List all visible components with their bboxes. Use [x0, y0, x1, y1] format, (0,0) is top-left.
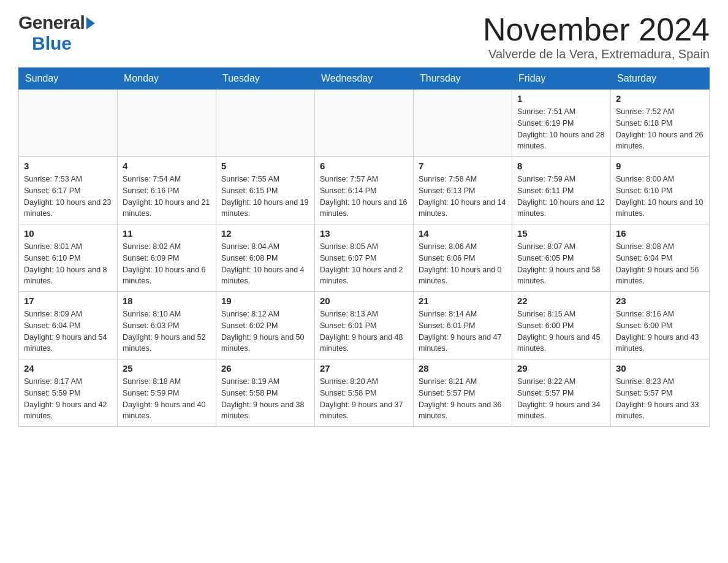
- calendar-day-header: Wednesday: [315, 68, 414, 90]
- logo-general-text: General: [18, 12, 95, 33]
- calendar-day-header: Tuesday: [216, 68, 315, 90]
- day-number: 3: [24, 161, 112, 171]
- calendar-week-row: 3Sunrise: 7:53 AMSunset: 6:17 PMDaylight…: [19, 157, 710, 224]
- day-number: 2: [616, 93, 704, 104]
- day-info: Sunrise: 7:59 AMSunset: 6:11 PMDaylight:…: [517, 174, 605, 220]
- day-number: 10: [24, 228, 112, 239]
- calendar-week-row: 17Sunrise: 8:09 AMSunset: 6:04 PMDayligh…: [19, 292, 710, 359]
- calendar-cell: 16Sunrise: 8:08 AMSunset: 6:04 PMDayligh…: [611, 224, 710, 292]
- calendar-cell: 5Sunrise: 7:55 AMSunset: 6:15 PMDaylight…: [216, 157, 315, 224]
- day-info: Sunrise: 8:22 AMSunset: 5:57 PMDaylight:…: [517, 376, 605, 422]
- day-number: 5: [221, 161, 309, 171]
- day-number: 25: [123, 363, 211, 373]
- calendar-cell: 6Sunrise: 7:57 AMSunset: 6:14 PMDaylight…: [315, 157, 414, 224]
- calendar-week-row: 24Sunrise: 8:17 AMSunset: 5:59 PMDayligh…: [19, 359, 710, 427]
- day-number: 20: [320, 296, 408, 306]
- day-number: 11: [123, 228, 211, 239]
- day-info: Sunrise: 7:54 AMSunset: 6:16 PMDaylight:…: [123, 174, 211, 220]
- day-info: Sunrise: 8:14 AMSunset: 6:01 PMDaylight:…: [419, 308, 507, 354]
- calendar-cell: [216, 90, 315, 157]
- calendar-day-header: Friday: [512, 68, 611, 90]
- calendar-cell: 13Sunrise: 8:05 AMSunset: 6:07 PMDayligh…: [315, 224, 414, 292]
- calendar-cell: 15Sunrise: 8:07 AMSunset: 6:05 PMDayligh…: [512, 224, 611, 292]
- day-number: 8: [517, 161, 605, 171]
- calendar-cell: 7Sunrise: 7:58 AMSunset: 6:13 PMDaylight…: [414, 157, 512, 224]
- day-number: 21: [419, 296, 507, 306]
- day-number: 12: [221, 228, 309, 239]
- calendar-cell: [19, 90, 118, 157]
- calendar-day-header: Monday: [118, 68, 216, 90]
- calendar-cell: [118, 90, 216, 157]
- calendar-cell: 23Sunrise: 8:16 AMSunset: 6:00 PMDayligh…: [611, 292, 710, 359]
- calendar-day-header: Thursday: [414, 68, 512, 90]
- day-info: Sunrise: 8:09 AMSunset: 6:04 PMDaylight:…: [24, 308, 112, 354]
- calendar-cell: 30Sunrise: 8:23 AMSunset: 5:57 PMDayligh…: [611, 359, 710, 427]
- calendar-cell: 4Sunrise: 7:54 AMSunset: 6:16 PMDaylight…: [118, 157, 216, 224]
- day-number: 30: [616, 363, 704, 373]
- calendar-cell: 28Sunrise: 8:21 AMSunset: 5:57 PMDayligh…: [414, 359, 512, 427]
- day-info: Sunrise: 8:16 AMSunset: 6:00 PMDaylight:…: [616, 308, 704, 354]
- calendar-cell: 29Sunrise: 8:22 AMSunset: 5:57 PMDayligh…: [512, 359, 611, 427]
- calendar-cell: 27Sunrise: 8:20 AMSunset: 5:58 PMDayligh…: [315, 359, 414, 427]
- day-number: 14: [419, 228, 507, 239]
- calendar-cell: [414, 90, 512, 157]
- day-info: Sunrise: 8:21 AMSunset: 5:57 PMDaylight:…: [419, 376, 507, 422]
- calendar-cell: 1Sunrise: 7:51 AMSunset: 6:19 PMDaylight…: [512, 90, 611, 157]
- calendar-week-row: 1Sunrise: 7:51 AMSunset: 6:19 PMDaylight…: [19, 90, 710, 157]
- day-info: Sunrise: 7:53 AMSunset: 6:17 PMDaylight:…: [24, 174, 112, 220]
- calendar-header-row: SundayMondayTuesdayWednesdayThursdayFrid…: [19, 68, 710, 90]
- day-number: 4: [123, 161, 211, 171]
- day-number: 22: [517, 296, 605, 306]
- calendar-day-header: Saturday: [611, 68, 710, 90]
- day-info: Sunrise: 8:23 AMSunset: 5:57 PMDaylight:…: [616, 376, 704, 422]
- page-header: General Blue November 2024 Valverde de l…: [18, 12, 710, 61]
- calendar-cell: 17Sunrise: 8:09 AMSunset: 6:04 PMDayligh…: [19, 292, 118, 359]
- day-number: 16: [616, 228, 704, 239]
- day-info: Sunrise: 8:17 AMSunset: 5:59 PMDaylight:…: [24, 376, 112, 422]
- day-info: Sunrise: 7:52 AMSunset: 6:18 PMDaylight:…: [616, 106, 704, 152]
- calendar-table: SundayMondayTuesdayWednesdayThursdayFrid…: [18, 67, 710, 427]
- calendar-week-row: 10Sunrise: 8:01 AMSunset: 6:10 PMDayligh…: [19, 224, 710, 292]
- day-info: Sunrise: 8:13 AMSunset: 6:01 PMDaylight:…: [320, 308, 408, 354]
- calendar-cell: 20Sunrise: 8:13 AMSunset: 6:01 PMDayligh…: [315, 292, 414, 359]
- calendar-cell: 26Sunrise: 8:19 AMSunset: 5:58 PMDayligh…: [216, 359, 315, 427]
- day-info: Sunrise: 8:06 AMSunset: 6:06 PMDaylight:…: [419, 241, 507, 287]
- day-info: Sunrise: 8:08 AMSunset: 6:04 PMDaylight:…: [616, 241, 704, 287]
- day-info: Sunrise: 8:05 AMSunset: 6:07 PMDaylight:…: [320, 241, 408, 287]
- day-number: 1: [517, 93, 605, 104]
- day-info: Sunrise: 7:55 AMSunset: 6:15 PMDaylight:…: [221, 174, 309, 220]
- day-number: 28: [419, 363, 507, 373]
- day-number: 7: [419, 161, 507, 171]
- calendar-cell: 24Sunrise: 8:17 AMSunset: 5:59 PMDayligh…: [19, 359, 118, 427]
- day-info: Sunrise: 8:00 AMSunset: 6:10 PMDaylight:…: [616, 174, 704, 220]
- day-info: Sunrise: 8:12 AMSunset: 6:02 PMDaylight:…: [221, 308, 309, 354]
- calendar-cell: 9Sunrise: 8:00 AMSunset: 6:10 PMDaylight…: [611, 157, 710, 224]
- day-number: 26: [221, 363, 309, 373]
- day-info: Sunrise: 8:20 AMSunset: 5:58 PMDaylight:…: [320, 376, 408, 422]
- day-info: Sunrise: 8:04 AMSunset: 6:08 PMDaylight:…: [221, 241, 309, 287]
- day-number: 13: [320, 228, 408, 239]
- day-info: Sunrise: 8:01 AMSunset: 6:10 PMDaylight:…: [24, 241, 112, 287]
- calendar-cell: [315, 90, 414, 157]
- location-title: Valverde de la Vera, Extremadura, Spain: [483, 47, 710, 61]
- day-info: Sunrise: 7:58 AMSunset: 6:13 PMDaylight:…: [419, 174, 507, 220]
- logo: General Blue: [18, 12, 95, 54]
- day-number: 23: [616, 296, 704, 306]
- day-info: Sunrise: 7:51 AMSunset: 6:19 PMDaylight:…: [517, 106, 605, 152]
- calendar-cell: 10Sunrise: 8:01 AMSunset: 6:10 PMDayligh…: [19, 224, 118, 292]
- day-number: 27: [320, 363, 408, 373]
- logo-blue-text: Blue: [32, 33, 72, 54]
- day-number: 15: [517, 228, 605, 239]
- day-number: 24: [24, 363, 112, 373]
- day-info: Sunrise: 8:07 AMSunset: 6:05 PMDaylight:…: [517, 241, 605, 287]
- day-info: Sunrise: 8:15 AMSunset: 6:00 PMDaylight:…: [517, 308, 605, 354]
- day-number: 17: [24, 296, 112, 306]
- calendar-cell: 25Sunrise: 8:18 AMSunset: 5:59 PMDayligh…: [118, 359, 216, 427]
- calendar-cell: 21Sunrise: 8:14 AMSunset: 6:01 PMDayligh…: [414, 292, 512, 359]
- day-info: Sunrise: 7:57 AMSunset: 6:14 PMDaylight:…: [320, 174, 408, 220]
- calendar-day-header: Sunday: [19, 68, 118, 90]
- calendar-cell: 14Sunrise: 8:06 AMSunset: 6:06 PMDayligh…: [414, 224, 512, 292]
- calendar-cell: 12Sunrise: 8:04 AMSunset: 6:08 PMDayligh…: [216, 224, 315, 292]
- calendar-cell: 22Sunrise: 8:15 AMSunset: 6:00 PMDayligh…: [512, 292, 611, 359]
- calendar-cell: 18Sunrise: 8:10 AMSunset: 6:03 PMDayligh…: [118, 292, 216, 359]
